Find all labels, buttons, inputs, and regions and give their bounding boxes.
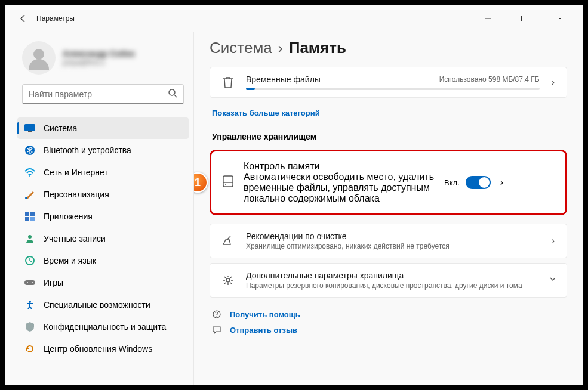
svg-rect-4 [25,125,35,131]
cleanup-desc: Хранилище оптимизировано, никаких действ… [246,242,540,250]
chevron-right-icon: › [549,236,557,246]
shield-icon [24,321,35,332]
accessibility-icon [24,299,35,310]
svg-point-2 [169,89,175,95]
sidebar-item-apps[interactable]: Приложения [17,206,189,227]
sidebar-item-time-language[interactable]: Время и язык [17,250,189,271]
back-button[interactable] [15,10,32,27]
sidebar-item-label: Центр обновления Windows [44,344,152,354]
search-box[interactable] [22,84,184,104]
svg-rect-10 [30,212,35,216]
chevron-right-icon: › [500,177,503,188]
avatar-icon [22,41,56,75]
toggle-label: Вкл. [444,178,460,187]
chevron-right-icon: › [278,40,283,57]
sidebar-item-system[interactable]: Система [17,117,189,139]
titlebar: Параметры [5,5,583,32]
svg-point-8 [25,197,27,199]
maximize-button[interactable] [511,9,537,28]
storage-sense-toggle[interactable] [466,176,491,189]
globe-clock-icon [24,255,35,266]
feedback-icon [212,325,223,335]
bluetooth-icon [24,145,35,156]
temp-files-usage: Использовано 598 МБ/87,4 ГБ [439,75,540,83]
window-title: Параметры [36,14,75,23]
sidebar-item-label: Персонализация [44,190,109,199]
sidebar-item-label: Сеть и Интернет [44,168,108,177]
chevron-down-icon [549,275,557,286]
show-more-link[interactable]: Показать больше категорий [212,109,320,117]
svg-rect-1 [522,16,527,21]
sidebar-item-label: Система [44,123,77,133]
gamepad-icon [24,277,35,288]
profile[interactable]: Александр Собес putya@first.s [17,41,189,84]
wifi-icon [24,167,35,178]
advanced-storage-desc: Параметры резервного копирования, дисков… [246,281,539,290]
sidebar-item-label: Учетные записи [44,234,106,243]
sidebar-item-bluetooth[interactable]: Bluetooth и устройства [17,140,189,161]
sidebar-item-label: Время и язык [44,256,96,265]
svg-point-7 [29,175,30,177]
sidebar-item-gaming[interactable]: Игры [17,272,189,293]
section-title: Управление хранилищем [212,132,567,141]
storage-sense-card[interactable]: 1 Контроль памяти Автоматически освободи… [210,150,567,215]
sidebar-item-label: Bluetooth и устройства [44,146,131,155]
brush-icon [24,189,35,200]
trash-icon [220,76,236,89]
sidebar-item-label: Конфиденциальность и защита [44,322,166,332]
svg-point-18 [29,301,31,303]
storage-sense-title: Контроль памяти [244,161,435,172]
svg-point-16 [27,282,28,283]
sidebar-item-accounts[interactable]: Учетные записи [17,228,189,249]
advanced-storage-card[interactable]: Дополнительные параметры хранилища Парам… [210,263,567,298]
breadcrumb-current: Память [289,39,346,57]
gear-icon [220,274,236,286]
svg-rect-12 [30,217,35,221]
apps-icon [24,211,35,222]
svg-point-13 [28,235,32,239]
breadcrumb-parent[interactable]: Система [210,39,272,57]
svg-rect-5 [28,131,32,132]
help-link-row[interactable]: Получить помощь [212,309,567,319]
cleanup-card[interactable]: Рекомендации по очистке Хранилище оптими… [210,224,567,258]
nav: Система Bluetooth и устройства Сеть и Ин… [17,117,189,360]
close-button[interactable] [547,9,573,28]
svg-rect-15 [24,280,35,285]
feedback-link[interactable]: Отправить отзыв [230,326,297,335]
sidebar-item-accessibility[interactable]: Специальные возможности [17,294,189,315]
minimize-button[interactable] [475,9,501,28]
sidebar-item-update[interactable]: Центр обновления Windows [17,338,189,360]
search-input[interactable] [29,89,168,99]
sidebar-item-privacy[interactable]: Конфиденциальность и защита [17,316,189,338]
sidebar-item-network[interactable]: Сеть и Интернет [17,162,189,183]
svg-point-22 [226,278,230,282]
svg-rect-11 [25,217,29,221]
svg-point-20 [225,184,226,185]
sidebar-item-label: Специальные возможности [44,300,150,309]
sidebar-item-label: Приложения [44,212,93,221]
svg-point-24 [216,316,217,317]
svg-rect-9 [25,212,29,216]
sidebar-item-label: Игры [44,278,63,287]
feedback-link-row[interactable]: Отправить отзыв [212,325,567,335]
search-icon [168,88,177,100]
breadcrumb: Система › Память [210,39,567,57]
advanced-storage-title: Дополнительные параметры хранилища [246,271,539,280]
cleanup-title: Рекомендации по очистке [246,231,540,241]
temp-files-progress [246,88,540,90]
sidebar: Александр Собес putya@first.s Система Bl… [5,32,194,385]
storage-sense-desc: Автоматически освободить место, удалить … [244,172,435,204]
help-link[interactable]: Получить помощь [230,310,300,319]
temp-files-title: Временные файлы [246,75,321,84]
sidebar-item-personalization[interactable]: Персонализация [17,184,189,205]
svg-point-17 [32,282,33,283]
drive-icon [222,175,234,190]
svg-rect-19 [223,176,233,187]
temp-files-card[interactable]: Временные файлы Использовано 598 МБ/87,4… [210,67,567,98]
chevron-right-icon: › [549,77,557,88]
profile-email: putya@first.s [63,58,136,67]
main: Система › Память Временные файлы Использ… [194,32,583,385]
help-icon [212,309,223,319]
update-icon [24,343,35,354]
monitor-icon [24,123,35,134]
